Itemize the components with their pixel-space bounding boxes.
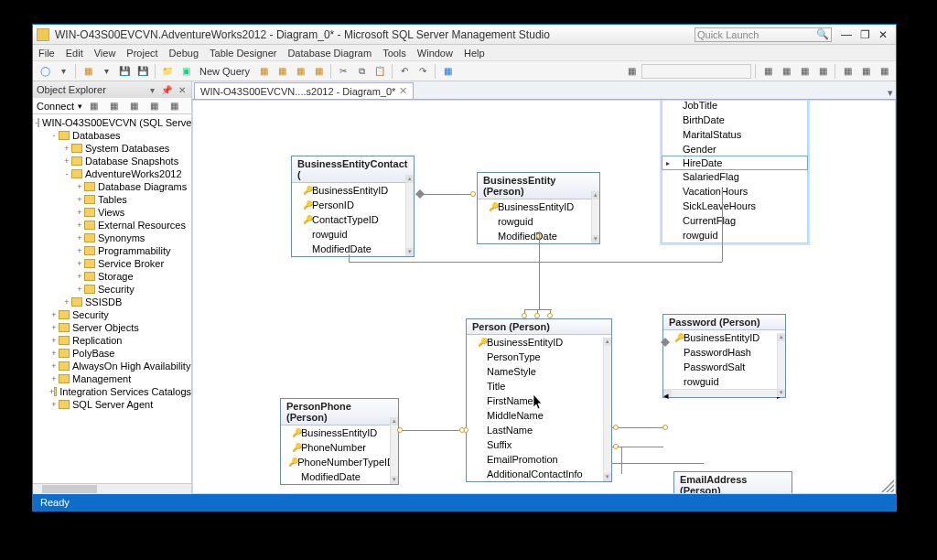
connect-button[interactable]: Connect — [37, 101, 74, 112]
new-query-button[interactable]: ▣ — [178, 63, 194, 80]
tb-c[interactable]: ▦ — [292, 63, 308, 80]
table-column[interactable]: 🔑ContactTypeID — [292, 212, 414, 227]
menu-file[interactable]: File — [38, 48, 55, 59]
quick-launch-input[interactable]: Quick Launch 🔍 — [695, 27, 832, 42]
table-column[interactable]: AdditionalContactInfo — [467, 467, 611, 481]
nav-fwd-button[interactable]: ▾ — [55, 63, 71, 80]
tb-b[interactable]: ▦ — [274, 63, 290, 80]
menu-view[interactable]: View — [94, 48, 116, 59]
table-column[interactable]: 🔑PersonID — [292, 198, 414, 212]
table-column[interactable]: SalariedFlag — [662, 169, 807, 184]
tree-node[interactable]: +External Resources — [33, 219, 191, 232]
table-column[interactable]: 🔑BusinessEntityID — [478, 199, 599, 214]
tree-node[interactable]: +Programmability — [33, 244, 191, 257]
tb-j[interactable]: ▦ — [814, 63, 831, 80]
table-column[interactable]: PersonType — [467, 350, 611, 364]
table-v-scrollbar[interactable]: ▴▾ — [603, 338, 611, 481]
table-column[interactable]: BirthDate — [662, 113, 807, 127]
table-h-scrollbar[interactable]: ◂▸ — [663, 389, 785, 397]
table-column[interactable]: PasswordHash — [663, 345, 785, 360]
tab-close-icon[interactable]: ✕ — [399, 85, 407, 97]
tabs-overflow-button[interactable]: ▾ — [885, 87, 896, 99]
menu-edit[interactable]: Edit — [66, 48, 83, 59]
tree-node[interactable]: +SSISDB — [33, 296, 191, 308]
tree-node[interactable]: +Management — [33, 372, 191, 385]
oe-tb-d[interactable]: ▦ — [146, 98, 163, 114]
paste-button[interactable]: 📋 — [372, 63, 388, 80]
tb-d[interactable]: ▦ — [310, 63, 327, 80]
table-v-scrollbar[interactable]: ▴▾ — [390, 417, 398, 484]
tree-root[interactable]: - WIN-O43S00EVCVN (SQL Server 13 — [33, 116, 191, 129]
tree-node[interactable]: +Synonyms — [33, 232, 191, 244]
nav-back-button[interactable]: ◯ — [37, 63, 53, 80]
new-query-label[interactable]: New Query — [196, 66, 253, 77]
tb-combo[interactable] — [641, 64, 751, 79]
table-employee[interactable]: JobTitleBirthDateMaritalStatusGender▸Hir… — [662, 100, 808, 243]
undo-button[interactable]: ↶ — [396, 63, 413, 80]
table-column[interactable]: JobTitle — [662, 100, 807, 113]
tree-node[interactable]: +Views — [33, 206, 191, 219]
cut-button[interactable]: ✂ — [335, 63, 351, 80]
table-title[interactable]: PersonPhone (Person) — [281, 399, 398, 425]
table-column[interactable]: EmailPromotion — [467, 452, 611, 467]
copy-button[interactable]: ⧉ — [353, 63, 370, 80]
table-column[interactable]: ModifiedDate — [281, 469, 398, 484]
tb-l[interactable]: ▦ — [857, 63, 874, 80]
tree-node[interactable]: +Security — [33, 283, 191, 296]
oe-tb-a[interactable]: ▦ — [86, 98, 102, 114]
tree-node[interactable]: +Service Broker — [33, 257, 191, 270]
table-person[interactable]: Person (Person)🔑BusinessEntityIDPersonTy… — [466, 318, 612, 482]
table-column[interactable]: NameStyle — [467, 364, 611, 379]
oe-tb-b[interactable]: ▦ — [106, 98, 123, 114]
table-column[interactable]: ▸HireDate — [662, 156, 808, 170]
menu-project[interactable]: Project — [126, 48, 157, 59]
object-explorer-header[interactable]: Object Explorer ▾ 📌 ✕ — [33, 81, 191, 98]
table-column[interactable]: 🔑BusinessEntityID — [467, 335, 611, 350]
table-column[interactable]: rowguid — [662, 228, 807, 242]
tb-f[interactable]: ▦ — [623, 63, 640, 80]
resize-grip[interactable] — [881, 479, 894, 492]
menu-help[interactable]: Help — [464, 48, 485, 59]
tree-node[interactable]: +Security — [33, 308, 191, 321]
minimize-button[interactable]: — — [837, 28, 856, 41]
table-title[interactable]: BusinessEntity (Person) — [478, 173, 599, 199]
tree-node[interactable]: +AlwaysOn High Availability — [33, 360, 191, 372]
open-dd[interactable]: ▾ — [98, 63, 114, 80]
menu-table-designer[interactable]: Table Designer — [210, 48, 276, 59]
tree-node[interactable]: +PolyBase — [33, 347, 191, 360]
table-column[interactable]: 🔑PhoneNumber — [281, 440, 398, 455]
panel-controls[interactable]: ▾ 📌 ✕ — [150, 85, 188, 95]
save-all-button[interactable]: 💾 — [135, 63, 151, 80]
table-column[interactable]: LastName — [467, 423, 611, 437]
open-button[interactable]: ▦ — [80, 63, 96, 80]
menu-window[interactable]: Window — [417, 48, 453, 59]
tb-g[interactable]: ▦ — [759, 63, 776, 80]
maximize-button[interactable]: ❐ — [856, 28, 874, 41]
table-title[interactable]: BusinessEntityContact ( — [292, 156, 414, 183]
table-title[interactable]: EmailAddress (Person) — [674, 472, 792, 494]
table-column[interactable]: FirstName — [467, 393, 611, 408]
tb-a[interactable]: ▦ — [255, 63, 272, 80]
table-title[interactable]: Person (Person) — [467, 319, 611, 335]
menu-debug[interactable]: Debug — [169, 48, 199, 59]
table-column[interactable]: PasswordSalt — [663, 360, 785, 374]
tree-node[interactable]: +Integration Services Catalogs — [33, 385, 191, 398]
table-v-scrollbar[interactable]: ▴▾ — [405, 175, 414, 256]
tree-node[interactable]: +SQL Server Agent — [33, 398, 191, 411]
table-column[interactable]: rowguid — [292, 227, 414, 242]
tb-i[interactable]: ▦ — [796, 63, 813, 80]
tree-node[interactable]: +Replication — [33, 334, 191, 347]
panel-h-scrollbar[interactable] — [33, 483, 191, 494]
table-email[interactable]: EmailAddress (Person) — [673, 471, 792, 494]
menu-tools[interactable]: Tools — [382, 48, 406, 59]
oe-tb-e[interactable]: ▦ — [167, 98, 183, 114]
redo-button[interactable]: ↷ — [415, 63, 431, 80]
tree-node[interactable]: -AdventureWorks2012 — [33, 167, 191, 180]
tree-node[interactable]: +Tables — [33, 193, 191, 206]
table-column[interactable]: CurrentFlag — [662, 213, 807, 228]
tree-node[interactable]: +System Databases — [33, 142, 191, 155]
table-column[interactable]: Suffix — [467, 437, 611, 452]
oe-tb-c[interactable]: ▦ — [126, 98, 143, 114]
table-column[interactable]: 🔑BusinessEntityID — [663, 330, 785, 345]
tab-diagram[interactable]: WIN-O43S00EVCVN....s2012 - Diagram_0* ✕ — [194, 82, 414, 99]
